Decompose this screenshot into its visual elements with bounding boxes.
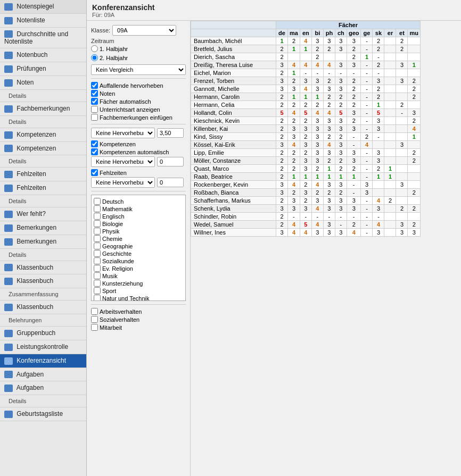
table-row: Raab, Beatrice2111111-11 bbox=[191, 173, 421, 181]
fehlzeiten2-icon bbox=[4, 185, 13, 192]
sidebar-item-klassenbuch2[interactable]: Klassenbuch bbox=[0, 274, 86, 288]
fehlzeiten-checkbox[interactable] bbox=[91, 169, 98, 176]
grade-cell: - bbox=[347, 213, 361, 221]
hervorhebung2-input[interactable] bbox=[157, 157, 184, 166]
checkbox-input[interactable] bbox=[91, 106, 98, 113]
checkbox-input[interactable] bbox=[91, 82, 98, 89]
halbjahr2-label[interactable]: 2. Halbjahr bbox=[91, 54, 128, 61]
col-header-er: er bbox=[384, 29, 396, 37]
sidebar-item-klassenbuch[interactable]: Klassenbuch bbox=[0, 261, 86, 275]
fach-checkbox[interactable] bbox=[94, 213, 101, 220]
fach-checkbox[interactable] bbox=[94, 243, 101, 249]
grade-cell: - bbox=[361, 85, 373, 93]
student-name: Bretfeld, Julius bbox=[191, 45, 276, 53]
sidebar-item-leistungskontrolle[interactable]: Leistungskontrolle bbox=[0, 340, 86, 354]
sidebar-item-aufgaben-details[interactable]: Details bbox=[0, 395, 86, 407]
sidebar-item-noten-details[interactable]: Details bbox=[0, 90, 86, 102]
fach-checkbox[interactable] bbox=[94, 257, 101, 264]
bottom-checkbox[interactable] bbox=[91, 308, 98, 315]
grade-cell: 2 bbox=[288, 37, 300, 45]
sidebar-item-bemerkungen2[interactable]: Bemerkungen bbox=[0, 235, 86, 249]
grade-cell: 4 bbox=[361, 141, 373, 149]
grade-cell: 2 bbox=[373, 45, 384, 53]
fach-checkbox[interactable] bbox=[94, 198, 101, 205]
klasse-select[interactable]: 09A bbox=[112, 25, 176, 36]
page-subtitle: Für: 09A bbox=[92, 12, 456, 18]
fach-checkbox[interactable] bbox=[94, 228, 101, 235]
col-header-sk: sk bbox=[373, 29, 384, 37]
sidebar-item-bemerkungen[interactable]: Bemerkungen bbox=[0, 221, 86, 235]
grade-cell: - bbox=[335, 221, 347, 229]
checkbox-row: Noten bbox=[91, 90, 186, 97]
grade-cell: 3 bbox=[373, 125, 384, 133]
sidebar-item-klassenbuch-zusammenfassung[interactable]: Zusammenfassung bbox=[0, 288, 86, 300]
student-name: Gannott, Michelle bbox=[191, 85, 276, 93]
sidebar-item-klassenbuch-belehrungen[interactable]: Belehrungen bbox=[0, 314, 86, 327]
grade-cell: 2 bbox=[276, 69, 288, 77]
checkbox-row: Fächer automatisch bbox=[91, 98, 186, 105]
grade-cell: 2 bbox=[311, 101, 323, 109]
sidebar-item-aufgaben[interactable]: Aufgaben bbox=[0, 368, 86, 382]
vergleich-select[interactable]: Kein Vergleich bbox=[91, 64, 186, 75]
sidebar-item-fehlzeiten2[interactable]: Fehlzeiten bbox=[0, 181, 86, 195]
grade-cell: 4 bbox=[311, 181, 323, 189]
fach-checkbox[interactable] bbox=[94, 280, 101, 287]
sidebar-item-notenbuch[interactable]: Notenbuch bbox=[0, 48, 86, 62]
hervorhebung1-select[interactable]: Keine Hervorhebung bbox=[91, 128, 155, 138]
fach-checkbox[interactable] bbox=[94, 220, 101, 227]
checkbox-input[interactable] bbox=[91, 90, 98, 97]
sidebar-item-konferenzansicht[interactable]: Konferenzansicht bbox=[0, 354, 86, 368]
hervorhebung3-select[interactable]: Keine Hervorhebung bbox=[91, 177, 155, 188]
fach-checkbox[interactable] bbox=[94, 265, 101, 272]
sidebar-item-kompetenzen-details[interactable]: Details bbox=[0, 155, 86, 168]
sidebar-item-fehlzeiten-details[interactable]: Details bbox=[0, 195, 86, 207]
sidebar-item-durchschnitte[interactable]: Durchschnitte und Notenliste bbox=[0, 28, 86, 49]
faecher-item: Sozialkunde bbox=[94, 257, 183, 264]
bottom-checkbox[interactable] bbox=[91, 324, 98, 331]
sidebar-item-fachbemerkungen[interactable]: Fachbemerkungen bbox=[0, 102, 86, 116]
checkbox-input[interactable] bbox=[91, 98, 98, 105]
grade-cell: 2 bbox=[276, 101, 288, 109]
divider2 bbox=[91, 124, 186, 124]
student-name: Hollandt, Colin bbox=[191, 109, 276, 117]
fach-label: Biologie bbox=[102, 221, 123, 227]
fach-checkbox[interactable] bbox=[94, 235, 101, 242]
halbjahr1-radio[interactable] bbox=[91, 45, 98, 52]
bottom-checkbox[interactable] bbox=[91, 316, 98, 323]
sidebar-item-notenliste[interactable]: Notenliste bbox=[0, 14, 86, 28]
grade-cell bbox=[384, 37, 396, 45]
fach-checkbox[interactable] bbox=[94, 287, 101, 294]
grade-cell: 3 bbox=[408, 109, 421, 117]
sidebar-item-bemerkungen-details[interactable]: Details bbox=[0, 249, 86, 261]
student-name: Rockenberger, Kevin bbox=[191, 181, 276, 189]
halbjahr1-label[interactable]: 1. Halbjahr bbox=[91, 45, 128, 52]
fach-checkbox[interactable] bbox=[94, 205, 101, 212]
hervorhebung3-input[interactable] bbox=[157, 178, 184, 187]
sidebar-item-wer-fehlt[interactable]: Wer fehlt? bbox=[0, 207, 86, 221]
sidebar-item-aufgaben2[interactable]: Aufgaben bbox=[0, 381, 86, 395]
sidebar-item-pruefungen[interactable]: Prüfungen bbox=[0, 62, 86, 76]
hervorhebung1-input[interactable] bbox=[157, 128, 184, 138]
sidebar-item-noten[interactable]: Noten bbox=[0, 76, 86, 90]
vergleich-row: Kein Vergleich bbox=[91, 64, 186, 75]
sidebar-item-geburtstagsliste[interactable]: Geburtstagsliste bbox=[0, 407, 86, 421]
klasse-row: Klasse: 09A bbox=[91, 25, 186, 36]
grade-cell bbox=[396, 213, 408, 221]
sidebar-item-kompetenzen[interactable]: Kompetenzen bbox=[0, 128, 86, 142]
sidebar-item-gruppenbuch[interactable]: Gruppenbuch bbox=[0, 327, 86, 340]
grade-cell: 3 bbox=[288, 205, 300, 213]
kompetenzen-auto-checkbox[interactable] bbox=[91, 148, 98, 155]
fach-checkbox[interactable] bbox=[94, 250, 101, 257]
fach-checkbox[interactable] bbox=[94, 272, 101, 279]
hervorhebung2-select[interactable]: Keine Hervorhebung bbox=[91, 156, 155, 167]
sidebar-item-klassenbuch3[interactable]: Klassenbuch bbox=[0, 300, 86, 314]
sidebar-item-fachbemerkungen-details[interactable]: Details bbox=[0, 116, 86, 128]
fach-checkbox[interactable] bbox=[94, 295, 101, 301]
kompetenzen-checkbox[interactable] bbox=[91, 140, 98, 147]
sidebar-item-fehlzeiten[interactable]: Fehlzeiten bbox=[0, 168, 86, 181]
checkbox-input[interactable] bbox=[91, 114, 98, 121]
sidebar-item-notenspiegel[interactable]: Notenspiegel bbox=[0, 0, 86, 14]
sidebar-item-kompetenzen2[interactable]: Kompetenzen bbox=[0, 142, 86, 156]
halbjahr2-radio[interactable] bbox=[91, 54, 98, 61]
faecher-item: Mathematik bbox=[94, 205, 183, 212]
